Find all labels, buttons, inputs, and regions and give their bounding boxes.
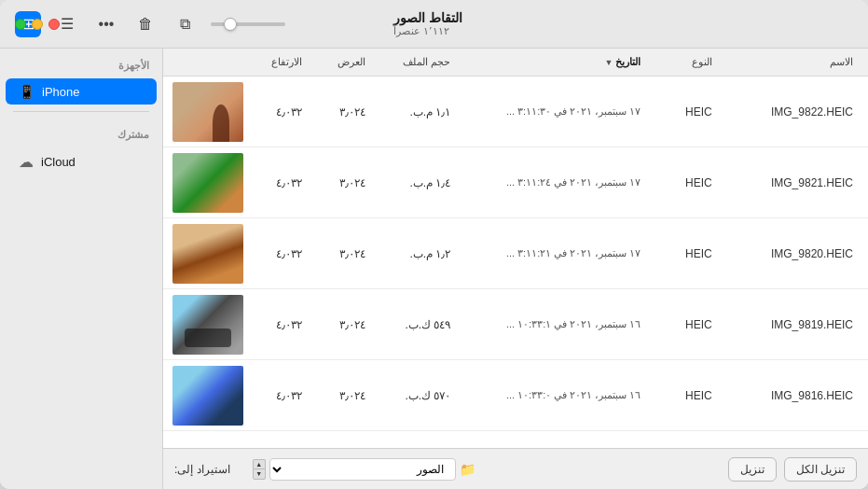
cell-name-2: IMG_9820.HEIC: [720, 247, 861, 260]
cell-date-2: ١٧ سبتمبر، ٢٠٢١ في ٣:١١:٢١ ...: [458, 247, 648, 259]
sidebar-item-iphone[interactable]: iPhone 📱: [6, 78, 157, 105]
thumbnail-image-4: [172, 366, 243, 426]
titlebar: التقاط الصور ١٬١١٢ عنصراً ⧉ 🗑 ••• ☰ ⊞: [0, 0, 868, 49]
cell-date-4: ١٦ سبتمبر، ٢٠٢١ في ١٠:٣٣:٠ ...: [458, 389, 648, 401]
cell-type-2: HEIC: [648, 247, 719, 260]
table-header: الاسم النوع التاريخ ▼ حجم الملف العرض ال…: [163, 49, 868, 77]
col-size[interactable]: حجم الملف: [373, 56, 458, 68]
minimize-button[interactable]: [32, 19, 43, 30]
stepper-down[interactable]: ▼: [253, 468, 266, 480]
cell-date-3: ١٦ سبتمبر، ٢٠٢١ في ١٠:٣٣:١ ...: [458, 318, 648, 330]
window-subtitle: ١٬١١٢ عنصراً: [393, 25, 449, 37]
cell-type-3: HEIC: [648, 318, 719, 331]
sidebar-shared-header: مشترك: [0, 118, 162, 147]
sort-arrow-icon: ▼: [605, 58, 613, 67]
cell-width-3: ٣٫٠٢٤: [310, 318, 374, 331]
cell-width-2: ٣٫٠٢٤: [310, 247, 374, 260]
traffic-lights: [15, 19, 60, 30]
table-body: IMG_9822.HEIC HEIC ١٧ سبتمبر، ٢٠٢١ في ٣:…: [163, 77, 868, 448]
sidebar-devices-header: الأجهزة: [0, 49, 162, 77]
cell-size-0: ١٫١ م.ب.: [373, 105, 458, 119]
cell-size-4: ٥٧٠ ك.ب.: [373, 389, 458, 402]
table-row[interactable]: IMG_9821.HEIC HEIC ١٧ سبتمبر، ٢٠٢١ في ٣:…: [163, 147, 868, 218]
cell-name-3: IMG_9819.HEIC: [720, 318, 861, 331]
file-area: الاسم النوع التاريخ ▼ حجم الملف العرض ال…: [163, 49, 868, 489]
col-name[interactable]: الاسم: [720, 56, 861, 68]
cell-type-4: HEIC: [648, 389, 719, 402]
cell-thumbnail-4: [171, 364, 245, 427]
zoom-slider-container[interactable]: [211, 22, 285, 26]
cell-size-2: ١٫٢ م.ب.: [373, 247, 458, 260]
phone-icon: 📱: [19, 84, 34, 99]
sidebar: الأجهزة iPhone 📱 مشترك iCloud ☁: [0, 49, 163, 489]
cell-height-1: ٤٫٠٣٢: [245, 176, 310, 189]
maximize-button[interactable]: [15, 19, 26, 30]
cell-height-2: ٤٫٠٣٢: [245, 247, 310, 260]
more-button[interactable]: •••: [93, 11, 119, 37]
cell-height-0: ٤٫٠٣٢: [245, 105, 310, 119]
zoom-slider[interactable]: [211, 22, 285, 26]
sidebar-item-cloud[interactable]: iCloud ☁: [6, 147, 157, 176]
cell-thumbnail-2: [171, 222, 245, 286]
cell-type-1: HEIC: [648, 176, 719, 189]
cell-size-3: ٥٤٩ ك.ب.: [373, 318, 458, 331]
title-area: التقاط الصور ١٬١١٢ عنصراً: [300, 10, 853, 37]
thumbnail-image-3: [172, 295, 243, 355]
slider-thumb: [224, 18, 237, 31]
cell-height-3: ٤٫٠٣٢: [245, 318, 310, 331]
cell-date-1: ١٧ سبتمبر، ٢٠٢١ في ٣:١١:٢٤ ...: [458, 176, 648, 189]
folder-icon: 📁: [460, 462, 475, 477]
download-button[interactable]: تنزيل: [728, 457, 777, 482]
cell-type-0: HEIC: [648, 105, 719, 119]
duplicate-button[interactable]: ⧉: [172, 11, 198, 37]
cell-height-4: ٤٫٠٣٢: [245, 389, 310, 402]
thumbnail-image-1: [172, 153, 243, 213]
sidebar-divider: [13, 111, 149, 112]
col-width[interactable]: العرض: [310, 56, 374, 68]
cell-size-1: ١٫٤ م.ب.: [373, 176, 458, 189]
stepper-up[interactable]: ▲: [253, 459, 266, 469]
col-date[interactable]: التاريخ ▼: [458, 56, 648, 68]
col-height[interactable]: الارتفاع: [245, 56, 310, 68]
col-type[interactable]: النوع: [648, 56, 719, 68]
cell-name-1: IMG_9821.HEIC: [720, 176, 861, 189]
cell-thumbnail-3: [171, 293, 245, 356]
main-content: الاسم النوع التاريخ ▼ حجم الملف العرض ال…: [0, 49, 868, 489]
destination-stepper[interactable]: ▲ ▼: [253, 459, 266, 480]
table-row[interactable]: IMG_9820.HEIC HEIC ١٧ سبتمبر، ٢٠٢١ في ٣:…: [163, 218, 868, 289]
close-button[interactable]: [48, 19, 60, 30]
cell-width-0: ٣٫٠٢٤: [310, 105, 374, 119]
delete-button[interactable]: 🗑: [132, 11, 158, 37]
sidebar-item-cloud-label: iCloud: [41, 155, 76, 169]
thumbnail-image-2: [172, 224, 243, 284]
cell-width-4: ٣٫٠٢٤: [310, 389, 374, 402]
import-destination-select[interactable]: الصور: [269, 458, 456, 481]
import-destination-wrapper: 📁 الصور ▲ ▼: [238, 458, 475, 481]
cell-name-0: IMG_9822.HEIC: [720, 105, 861, 119]
cell-date-0: ١٧ سبتمبر، ٢٠٢١ في ٣:١١:٣٠ ...: [458, 105, 648, 118]
table-row[interactable]: IMG_9819.HEIC HEIC ١٦ سبتمبر، ٢٠٢١ في ١٠…: [163, 289, 868, 360]
cell-thumbnail-0: [171, 80, 245, 144]
cell-thumbnail-1: [171, 151, 245, 215]
cloud-icon: ☁: [19, 153, 34, 171]
cell-width-1: ٣٫٠٢٤: [310, 176, 374, 189]
app-window: التقاط الصور ١٬١١٢ عنصراً ⧉ 🗑 ••• ☰ ⊞ ال…: [0, 0, 868, 489]
download-all-button[interactable]: تنزيل الكل: [784, 457, 857, 482]
window-title: التقاط الصور: [393, 10, 462, 25]
sidebar-item-iphone-label: iPhone: [42, 85, 79, 99]
cell-name-4: IMG_9816.HEIC: [720, 389, 861, 402]
thumbnail-image-0: [172, 82, 243, 142]
table-row[interactable]: IMG_9816.HEIC HEIC ١٦ سبتمبر، ٢٠٢١ في ١٠…: [163, 360, 868, 431]
bottom-bar: تنزيل الكل تنزيل 📁 الصور ▲ ▼ استيراد إلى…: [163, 448, 868, 489]
import-label: استيراد إلى:: [174, 463, 230, 476]
table-row[interactable]: IMG_9822.HEIC HEIC ١٧ سبتمبر، ٢٠٢١ في ٣:…: [163, 77, 868, 147]
